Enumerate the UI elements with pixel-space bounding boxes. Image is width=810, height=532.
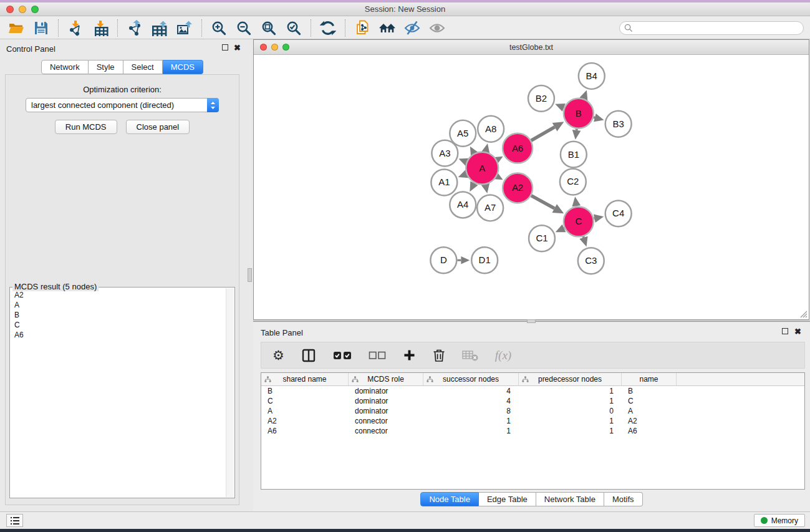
mcds-result-item[interactable]: A — [14, 300, 221, 310]
tab-edge-table[interactable]: Edge Table — [479, 492, 536, 506]
zoom-in-icon[interactable] — [209, 19, 229, 37]
close-panel-button[interactable]: Close panel — [126, 120, 190, 134]
graph-node-C[interactable]: C — [564, 206, 594, 236]
cell-MCDS-role[interactable]: dominator — [349, 396, 423, 406]
column-header-shared-name[interactable]: shared name — [261, 373, 349, 385]
search-input[interactable] — [619, 21, 804, 35]
split-table-icon[interactable] — [301, 348, 316, 363]
cell-successor-nodes[interactable]: 4 — [423, 386, 519, 396]
graph-node-D[interactable]: D — [430, 247, 456, 273]
cell-predecessor-nodes[interactable]: 1 — [519, 396, 622, 406]
network-canvas[interactable]: B4B2BB3A5A8A6B1A3AC2A1A2A4A7C4CC1C3DD1 — [254, 56, 809, 319]
column-header-MCDS-role[interactable]: MCDS role — [349, 373, 423, 385]
create-column-icon[interactable] — [403, 349, 416, 362]
cell-successor-nodes[interactable]: 1 — [423, 426, 519, 436]
column-header-name[interactable]: name — [622, 373, 677, 385]
cell-name[interactable]: B — [622, 386, 677, 396]
table-row[interactable]: Adominator80A — [261, 406, 804, 416]
cell-predecessor-nodes[interactable]: 1 — [519, 426, 622, 436]
graph-node-A7[interactable]: A7 — [477, 195, 503, 221]
export-table-icon[interactable] — [150, 19, 170, 37]
copy-network-icon[interactable] — [352, 19, 372, 37]
result-scrollbar[interactable] — [226, 288, 234, 497]
cell-shared-name[interactable]: B — [261, 386, 349, 396]
graph-node-C4[interactable]: C4 — [605, 200, 632, 226]
cell-name[interactable]: A2 — [622, 416, 677, 426]
cell-successor-nodes[interactable]: 1 — [423, 416, 519, 426]
first-neighbors-icon[interactable] — [377, 19, 397, 37]
zoom-selected-icon[interactable] — [284, 19, 304, 37]
save-session-icon[interactable] — [31, 19, 51, 37]
graph-node-B2[interactable]: B2 — [528, 85, 554, 112]
table-row[interactable]: Cdominator41C — [261, 396, 804, 406]
export-network-icon[interactable] — [125, 19, 145, 37]
zoom-fit-icon[interactable] — [259, 19, 279, 37]
cell-successor-nodes[interactable]: 8 — [423, 406, 519, 416]
cell-MCDS-role[interactable]: dominator — [349, 406, 423, 416]
cell-shared-name[interactable]: C — [261, 396, 349, 406]
import-network-icon[interactable] — [65, 19, 85, 37]
show-columns-icon[interactable] — [333, 350, 352, 361]
run-mcds-button[interactable]: Run MCDS — [55, 120, 117, 134]
refresh-layout-icon[interactable] — [318, 19, 338, 37]
cell-predecessor-nodes[interactable]: 1 — [519, 416, 622, 426]
table-float-panel-icon[interactable] — [782, 328, 788, 336]
graph-edge-A6-B[interactable] — [531, 127, 555, 141]
export-image-icon[interactable] — [175, 19, 195, 37]
graph-edge-A2-C[interactable] — [531, 196, 554, 209]
float-panel-icon[interactable] — [222, 44, 228, 52]
tab-node-table[interactable]: Node Table — [420, 492, 479, 506]
cell-predecessor-nodes[interactable]: 0 — [519, 406, 622, 416]
hide-details-icon[interactable] — [402, 19, 422, 37]
tab-network[interactable]: Network — [41, 60, 89, 74]
cell-successor-nodes[interactable]: 4 — [423, 396, 519, 406]
column-header-predecessor-nodes[interactable]: predecessor nodes — [519, 373, 622, 385]
mcds-result-item[interactable]: C — [14, 320, 221, 330]
table-row[interactable]: A2connector11A2 — [261, 416, 804, 426]
tab-motifs[interactable]: Motifs — [604, 492, 643, 506]
graph-node-B4[interactable]: B4 — [579, 63, 605, 89]
cell-MCDS-role[interactable]: dominator — [349, 386, 423, 396]
graph-node-A5[interactable]: A5 — [450, 120, 476, 147]
table-close-panel-icon[interactable]: ✖ — [794, 327, 801, 336]
vertical-splitter-handle[interactable] — [248, 268, 252, 282]
cell-predecessor-nodes[interactable]: 1 — [519, 386, 622, 396]
graph-node-C1[interactable]: C1 — [529, 225, 555, 251]
mcds-result-item[interactable]: A6 — [14, 330, 221, 340]
task-history-button[interactable] — [6, 514, 23, 527]
table-row[interactable]: Bdominator41B — [261, 386, 804, 396]
tab-style[interactable]: Style — [89, 60, 123, 74]
graph-node-C2[interactable]: C2 — [560, 169, 586, 195]
graph-node-A1[interactable]: A1 — [431, 170, 457, 196]
close-panel-icon[interactable]: ✖ — [234, 44, 241, 52]
open-file-icon[interactable] — [6, 19, 26, 37]
cell-shared-name[interactable]: A2 — [261, 416, 349, 426]
tab-network-table[interactable]: Network Table — [536, 492, 604, 506]
zoom-out-icon[interactable] — [234, 19, 254, 37]
cell-name[interactable]: A — [622, 406, 677, 416]
graph-node-B[interactable]: B — [564, 99, 594, 128]
cell-name[interactable]: A6 — [622, 426, 677, 436]
cell-MCDS-role[interactable]: connector — [349, 426, 423, 436]
cell-MCDS-role[interactable]: connector — [349, 416, 423, 426]
graph-node-D1[interactable]: D1 — [471, 247, 498, 273]
graph-node-A3[interactable]: A3 — [432, 140, 458, 167]
graph-node-A6[interactable]: A6 — [503, 133, 533, 163]
hide-columns-icon[interactable] — [369, 350, 386, 361]
graph-node-A4[interactable]: A4 — [450, 191, 476, 218]
graph-edge-B-B3[interactable] — [594, 117, 595, 118]
graph-node-A8[interactable]: A8 — [478, 116, 504, 142]
tab-select[interactable]: Select — [123, 60, 163, 74]
graph-node-A[interactable]: A — [466, 152, 498, 185]
tab-mcds[interactable]: MCDS — [163, 60, 203, 74]
graph-edge-C-C3[interactable] — [583, 236, 584, 238]
cell-shared-name[interactable]: A — [261, 406, 349, 416]
graph-node-C3[interactable]: C3 — [578, 248, 604, 274]
column-header-successor-nodes[interactable]: successor nodes — [423, 373, 519, 385]
table-row[interactable]: A6connector11A6 — [261, 426, 804, 436]
memory-button[interactable]: Memory — [754, 514, 805, 527]
delete-column-icon[interactable] — [433, 349, 445, 362]
graph-node-B3[interactable]: B3 — [605, 111, 632, 137]
mcds-result-item[interactable]: A2 — [14, 290, 221, 300]
optimization-criterion-select[interactable]: largest connected component (directed) — [26, 98, 219, 112]
